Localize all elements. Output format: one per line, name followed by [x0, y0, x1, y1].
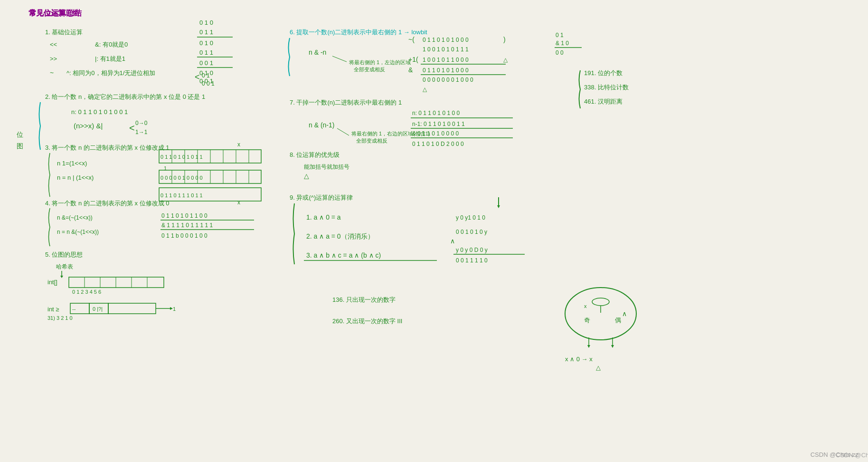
svg-text:全部变成相反: 全部变成相反 [356, 138, 387, 144]
svg-text:|: 有1就是1: |: 有1就是1 [95, 55, 125, 62]
svg-text:6. 提取一个数(n)二进制表示中最右侧的 1  →  lo: 6. 提取一个数(n)二进制表示中最右侧的 1 → lowbit [290, 29, 427, 36]
svg-text:△: △ [596, 364, 601, 371]
svg-text:2. 给一个数 n，确定它的二进制表示中的第 x 位是 0 : 2. 给一个数 n，确定它的二进制表示中的第 x 位是 0 还是 1 [45, 93, 205, 100]
svg-text:0 1 1 0 1 0 1 0 1 1: 0 1 1 0 1 0 1 0 1 1 [160, 154, 203, 160]
svg-text:1 0 0 1 0 1 1 0 0 0: 1 0 0 1 0 1 1 0 0 0 [423, 57, 469, 63]
svg-text:0   1   1: 0 1 1 [199, 49, 213, 56]
svg-text:哈希表: 哈希表 [56, 263, 73, 270]
svg-text:n:  0  1  1  0  1  0  1  0  0: n: 0 1 1 0 1 0 1 0 0 [412, 110, 460, 116]
svg-text:0   1: 0 1 [202, 72, 210, 79]
svg-text:int ≥: int ≥ [47, 306, 59, 313]
svg-text:0 0 0 0 0 0 0 1 0 0 0: 0 0 0 0 0 0 0 1 0 0 0 [423, 77, 473, 83]
svg-text:2.   a ∧ a = 0（消消乐）: 2. a ∧ a = 0（消消乐） [306, 232, 374, 240]
svg-text:3.   a ∧ b ∧ c = a ∧ (b ∧ c): 3. a ∧ b ∧ c = a ∧ (b ∧ c) [306, 251, 381, 259]
svg-text:): ) [503, 36, 506, 43]
svg-text:1. 基础位运算: 1. 基础位运算 [45, 29, 83, 36]
svg-text:^: 相同为0，相异为1/无进位相加: ^: 相同为0，相异为1/无进位相加 [66, 69, 155, 77]
svg-text:>>: >> [50, 55, 57, 62]
svg-text:4. 将一个数 n 的二进制表示的第 x 位修改成 0: 4. 将一个数 n 的二进制表示的第 x 位修改成 0 [45, 200, 169, 207]
watermark: CSDN @Chris-zz [811, 451, 859, 458]
note-area: 常见位运算总结 1. 基础位运算 0 1 0 0 1 1 0 1 0 0 1 1… [0, 0, 868, 462]
svg-text:n  &  (n-1): n & (n-1) [309, 121, 334, 129]
svg-text:8. 位运算的优先级: 8. 位运算的优先级 [290, 151, 340, 158]
svg-text:n-1:  0  1  1  0  1  0  0  1  : n-1: 0 1 1 0 1 0 0 1 1 [412, 121, 465, 127]
svg-text:0    0: 0 0 [556, 49, 564, 56]
svg-text:int[]: int[] [47, 279, 57, 286]
svg-text:0  0  1  0  1  0  y: 0 0 1 0 1 0 y [456, 229, 487, 235]
svg-text:∧: ∧ [622, 310, 627, 318]
svg-text:<: < [195, 72, 200, 82]
svg-text:0   1   0: 0 1 0 [199, 39, 213, 47]
svg-text:y  0  y  0  D  0  y: y 0 y 0 D 0 y [456, 247, 488, 253]
svg-text:0→0: 0→0 [135, 120, 148, 126]
svg-text:--: -- [72, 306, 76, 312]
svg-text:0    1: 0 1 [556, 32, 564, 38]
svg-text:x: x [237, 199, 240, 206]
svg-text:0   1   0: 0 1 0 [199, 19, 213, 26]
svg-text:(n>>x) &|: (n>>x) &| [74, 122, 103, 130]
svg-text:191. 位的个数: 191. 位的个数 [584, 69, 623, 77]
svg-text:∧: ∧ [450, 237, 455, 245]
svg-text:n = n &(~(1<<x)): n = n &(~(1<<x)) [57, 229, 99, 235]
svg-text:&: 有0就是0: &: 有0就是0 [95, 41, 128, 48]
svg-text:0 1 1 0 1 1 1 0 1 1: 0 1 1 0 1 1 1 0 1 1 [160, 192, 203, 198]
svg-text:0  1  1  b  0  0  0  1  0  0: 0 1 1 b 0 0 0 1 0 0 [161, 232, 208, 239]
svg-text:0   1   1: 0 1 1 [199, 29, 213, 36]
svg-text:奇: 奇 [584, 317, 590, 324]
svg-text:338. 比特位计数: 338. 比特位计数 [584, 84, 629, 91]
svg-text:n  1=(1<<x): n 1=(1<<x) [57, 160, 87, 167]
svg-text:x  ∧  0  →  x: x ∧ 0 → x [565, 356, 593, 363]
svg-text:<<: << [50, 41, 57, 48]
svg-text:n = n | (1<<x): n = n | (1<<x) [57, 174, 94, 181]
svg-text:n &=(~(1<<x)): n &=(~(1<<x)) [57, 214, 93, 221]
svg-text:&   1    0: & 1 0 [556, 40, 569, 47]
svg-text:0 |?|: 0 |?| [93, 306, 103, 312]
svg-text:0  0  1  1  1  1  0: 0 0 1 1 1 1 0 [456, 257, 488, 264]
svg-text:<: < [129, 123, 135, 133]
svg-text:x: x [584, 303, 587, 309]
svg-text:△: △ [423, 86, 427, 93]
svg-text:0   1   2   3   4   5  6: 0 1 2 3 4 5 6 [72, 289, 101, 295]
svg-text:0   0   1: 0 0 1 [202, 80, 215, 87]
svg-text:0   0   1: 0 0 1 [199, 59, 213, 67]
svg-text:x: x [237, 141, 240, 148]
svg-text:&   1  1  1  1  0  1  1  1  1 : & 1 1 1 1 0 1 1 1 1 1 [161, 222, 213, 229]
svg-text:1: 1 [173, 306, 176, 312]
svg-text:9. 异或(^)运算的运算律: 9. 异或(^)运算的运算律 [290, 194, 353, 201]
svg-text:~: ~ [50, 69, 54, 77]
svg-text:461. 汉明距离: 461. 汉明距离 [584, 98, 623, 105]
svg-text:260. 又出现一次的数字 III: 260. 又出现一次的数字 III [332, 318, 402, 325]
svg-text:偶: 偶 [615, 317, 621, 324]
svg-text:y  0  y1  0  1  0: y 0 y1 0 1 0 [456, 214, 485, 221]
svg-text:&: & [408, 66, 413, 74]
svg-text:+1(: +1( [408, 56, 418, 63]
svg-text:n  &  -n: n & -n [309, 48, 326, 56]
svg-text:&     0  1  1  0  1  0  0  0  : & 0 1 1 0 1 0 0 0 0 [412, 130, 459, 137]
svg-text:0 0 0 0 0 1 0 0 0 0: 0 0 0 0 0 1 0 0 0 0 [160, 175, 203, 181]
svg-text:1.   a ∧ 0 = a: 1. a ∧ 0 = a [306, 213, 341, 221]
svg-text:136. 只出现一次的数字: 136. 只出现一次的数字 [332, 296, 396, 303]
svg-text:n:  0  1  1  0  1  0  1  0  0 : n: 0 1 1 0 1 0 1 0 0 1 [71, 108, 128, 116]
svg-text:△: △ [503, 57, 508, 63]
svg-text:全部变成相反: 全部变成相反 [354, 67, 385, 72]
svg-text:3. 将一个数 n 的二进制表示的第 x 位修改成 1: 3. 将一个数 n 的二进制表示的第 x 位修改成 1 [45, 144, 169, 151]
svg-text:5. 位图的思想: 5. 位图的思想 [45, 251, 83, 258]
svg-text:~(: ~( [408, 36, 415, 43]
svg-text:0 1 1 0 1 0 1 0 0 0: 0 1 1 0 1 0 1 0 0 0 [423, 67, 469, 74]
svg-text:7. 干掉一个数(n)二进制表示中最右侧的 1: 7. 干掉一个数(n)二进制表示中最右侧的 1 [290, 99, 402, 106]
svg-text:1 0 0 1 0 1 0 1 1 1: 1 0 0 1 0 1 0 1 1 1 [423, 46, 469, 53]
svg-text:将最右侧的 1，左边的区域: 将最右侧的 1，左边的区域 [349, 59, 411, 65]
svg-text:△: △ [304, 172, 309, 180]
svg-text:能加括号就加括号: 能加括号就加括号 [304, 164, 349, 170]
svg-text:1→1: 1→1 [135, 129, 148, 135]
svg-text:0  1  1  0  1  0  D  2  0  0  : 0 1 1 0 1 0 D 2 0 0 0 [412, 141, 464, 147]
svg-text:0 1 1 0 1 0 1 0 0 0: 0 1 1 0 1 0 1 0 0 0 [423, 37, 469, 43]
page-title: 常见位运算总结 [28, 9, 82, 19]
svg-text:31)            3  2  1  0: 31) 3 2 1 0 [47, 315, 73, 321]
svg-text:0  1  1  0  1  0  1  1  0  0: 0 1 1 0 1 0 1 1 0 0 [161, 212, 208, 219]
